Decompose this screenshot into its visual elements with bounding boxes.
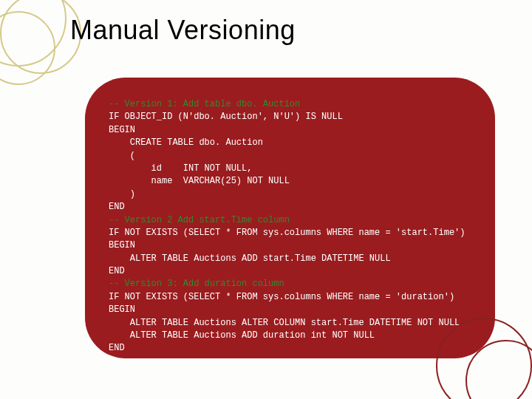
page-title: Manual Versioning [70,15,296,46]
code-line: BEGIN [109,304,135,315]
decorative-rings-bottom [429,310,532,399]
code-line: ALTER TABLE Auctions ADD start.Time DATE… [109,253,391,264]
code-line: END [109,343,125,353]
code-line: IF NOT EXISTS (SELECT * FROM sys.columns… [109,228,465,238]
code-line: CREATE TABLE dbo. Auction [109,137,263,148]
code-line: BEGIN [109,125,135,135]
code-line: IF OBJECT_ID (N'dbo. Auction', N'U') IS … [109,112,343,122]
code-line: ALTER TABLE Auctions ALTER COLUMN start.… [109,318,460,328]
code-line: name VARCHAR(25) NOT NULL [109,176,290,186]
code-line: id INT NOT NULL, [109,163,252,174]
code-line: ( [109,151,135,161]
comment-v2: -- Version 2 Add start.Time column [109,215,290,225]
code-line: END [109,202,125,212]
code-line: BEGIN [109,240,135,250]
code-line: IF NOT EXISTS (SELECT * FROM sys.columns… [109,292,454,302]
code-line: END [109,266,125,276]
comment-v1: -- Version 1: Add table dbo. Auction [109,99,300,109]
comment-v3: -- Version 3: Add duration column [109,279,284,289]
code-line: ) [109,189,135,200]
code-line: ALTER TABLE Auctions ADD duration int NO… [109,330,375,341]
